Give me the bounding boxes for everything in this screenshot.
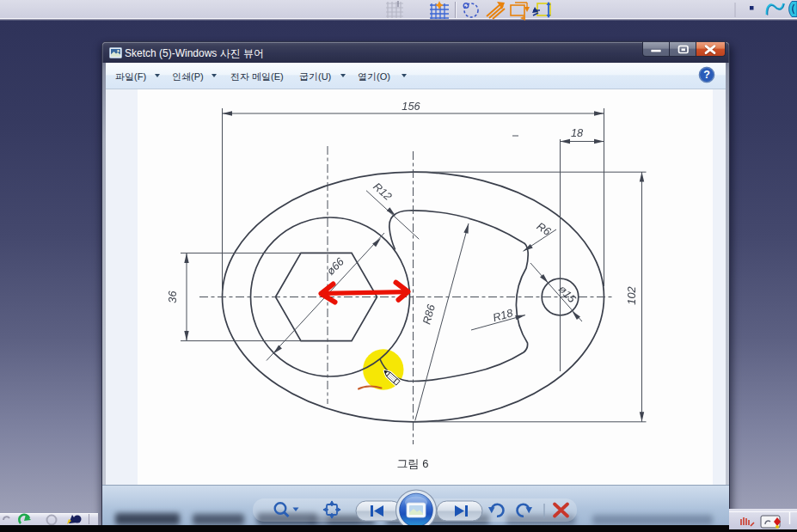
svg-text:102: 102 [625,286,638,304]
svg-text:R86: R86 [420,303,438,326]
svg-text:?: ? [703,69,710,81]
svg-text:156: 156 [402,100,420,113]
svg-text:그림 6: 그림 6 [397,457,429,470]
svg-text:R18: R18 [491,306,515,324]
svg-text:18: 18 [571,126,584,139]
svg-text:R6: R6 [535,219,555,238]
svg-text:R12: R12 [371,180,394,203]
svg-text:36: 36 [166,290,179,303]
